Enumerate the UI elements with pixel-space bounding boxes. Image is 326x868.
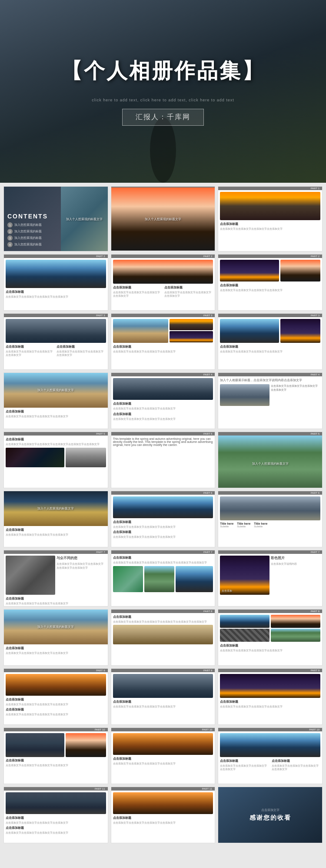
slide-title-4: 点击添加标题 (164, 285, 213, 290)
slide-thanks: 点击添加文字 感谢您的收看 (218, 787, 323, 843)
slide-title-1: 点击添加标题 (220, 222, 320, 226)
slide-row9-2: PART 9 点击添加标题 点击添加文字点击添加文字点击添加文字点击添加文字 (111, 668, 216, 725)
contents-slide: CONTENTS 1 加入您想展现的标题 2 加入您想展现的标题 3 加入您想展… (3, 186, 108, 251)
slide-row8-3: PART 8 点击添加标题 点击添加文字点击添加文字点击添加文字点击添加文字 (218, 609, 323, 666)
slide-nyc-sunset: PART 1 点击添加标题 点击添加文字点击添加文字点击添加文字点击添加文字 (218, 186, 323, 251)
slide-row3-3: PART 3 点击添加标题 点击添加文字点击添加文字点击添加文字点击添加文字 (218, 313, 323, 370)
slide-row10-1: PART 10 点击添加标题 点击添加文字点击添加文字点击添加文字点击添加文字 (3, 727, 108, 784)
cover-title: 【个人相册作品集】 (61, 57, 265, 85)
slide-row9-1: PART 9 点击添加标题 点击添加文字点击添加文字点击添加文字点击添加文字 点… (3, 668, 108, 725)
part-label-3: PART 2 (4, 255, 108, 258)
slide-title-5: 点击添加标题 (220, 283, 320, 288)
slide-row3-1: PART 3 点击添加标题 点击添加文字点击添加文字点击添加文字点击添加文字 点… (3, 313, 108, 370)
contents-item-3: 3 加入您想展现的标题 (7, 235, 57, 241)
slide-row4-2: PART 4 点击添加标题 点击添加文字点击添加文字点击添加文字点击添加文字 点… (111, 372, 216, 429)
slide-row10-3: PART 10 点击添加标题 点击添加文字点击添加文字点击添加文字点击添加文字 … (218, 727, 323, 784)
slide-row9-3: PART 9 点击添加标题 点击添加文字点击添加文字点击添加文字点击添加文字 (218, 668, 323, 725)
slide-row8-2: PART 8 点击添加标题 点击添加文字点击添加文字点击添加文字点击添加文字点击… (111, 609, 216, 666)
slide-row10-2: PART 10 点击添加标题 点击添加文字点击添加文字点击添加文字点击添加文字 (111, 727, 216, 784)
slide-row11-1: PART 11 点击添加标题 点击添加文字点击添加文字点击添加文字点击添加文字 … (3, 787, 108, 843)
slide-row6-1: 加入个人想展现的标题文字 点击添加标题 点击添加文字点击添加文字点击添加文字点击… (3, 491, 108, 547)
slide-row5-2: PART 5 This template is the spring and a… (111, 432, 216, 488)
slide-sunset-1: PART 2 点击添加标题 点击添加文字点击添加文字点击添加文字点击添加文字 点… (111, 254, 216, 311)
slide-row11-2: PART 11 点击添加标题 点击添加文字点击添加文字点击添加文字点击添加文字 (111, 787, 216, 843)
part-label-5: PART 2 (218, 255, 322, 258)
slide-canal: 加入个人想展现的标题文字 (111, 186, 216, 251)
slide-row8-1: 加入个人想展现的标题文字 点击添加标题 点击添加文字点击添加文字点击添加文字点击… (3, 609, 108, 666)
slide-desc-3: 点击添加文字点击添加文字点击添加文字点击添加文字 (113, 291, 162, 298)
slide-venice-wide: 加入个人想展现的标题文字 点击添加标题 点击添加文字点击添加文字点击添加文字点击… (3, 372, 108, 429)
slide-row7-1: PART 7 与众不同的您 点击添加文字点击添加文字点击添加文字点击添加文字点击… (3, 550, 108, 607)
contents-item-4: 4 加入您想展现的标题 (7, 242, 57, 247)
contents-item-2: 2 加入您想展现的标题 (7, 229, 57, 234)
contents-label: CONTENTS (7, 213, 57, 220)
slide-city-1: PART 2 点击添加标题 点击添加文字点击添加文字点击添加文字点击添加文字 (3, 254, 108, 311)
thanks-title: 感谢您的收看 (249, 814, 291, 822)
slide-row7-2: PART 7 点击添加标题 点击添加文字点击添加文字点击添加文字点击添加文字点击… (111, 550, 216, 607)
slide-desc-1: 点击添加文字点击添加文字点击添加文字点击添加文字 (220, 227, 320, 231)
slide-desc-4: 点击添加文字点击添加文字点击添加文字点击添加文字 (164, 291, 213, 298)
part-label-4: PART 2 (111, 255, 215, 258)
slide-row6-2: PART 6 点击添加标题 点击添加文字点击添加文字点击添加文字点击添加文字 点… (111, 491, 216, 547)
slide-night-1: PART 2 点击添加标题 点击添加文字点击添加文字点击添加文字点击添加文字 (218, 254, 323, 311)
slide-desc-2: 点击添加文字点击添加文字点击添加文字点击添加文字 (6, 295, 106, 298)
slide-row5-1: PART 5 点击添加标题 点击添加文字点击添加文字点击添加文字点击添加文字点击… (3, 432, 108, 488)
slide-title-3: 点击添加标题 (113, 285, 162, 290)
part-label-2: PART 1 (218, 187, 322, 190)
canal-overlay-text: 加入个人想展现的标题文字 (66, 217, 103, 221)
contents-item-1: 1 加入您想展现的标题 (7, 222, 57, 228)
slide-row5-3: PART 5 加入个人想展现的标题文字 (218, 432, 323, 488)
slide-desc-5: 点击添加文字点击添加文字点击添加文字点击添加文字 (220, 288, 320, 292)
slide-row6-3: PART 6 Title here Subtitle Title here Su… (218, 491, 323, 547)
slide-title-2: 点击添加标题 (6, 290, 106, 294)
canal-text-2: 加入个人想展现的标题文字 (145, 217, 181, 221)
cover-subtitle: 汇报人：千库网 (122, 109, 204, 126)
cover-desc: click here to add text, click here to ad… (92, 98, 234, 102)
cover-slide: 【个人相册作品集】 click here to add text, click … (0, 0, 326, 183)
slide-row3-2: PART 3 点击添加标题 点击添加文字点击添加文字点击添加文字点击添加文字 (111, 313, 216, 370)
slide-row4-3: PART 4 加入个人相册展示标题，点击添加文字说明内容点击添加文字 点击添加文… (218, 372, 323, 429)
slide-row7-3: PART 7 点击添加 彩色照片 点击添加文字说明内容 (218, 550, 323, 607)
